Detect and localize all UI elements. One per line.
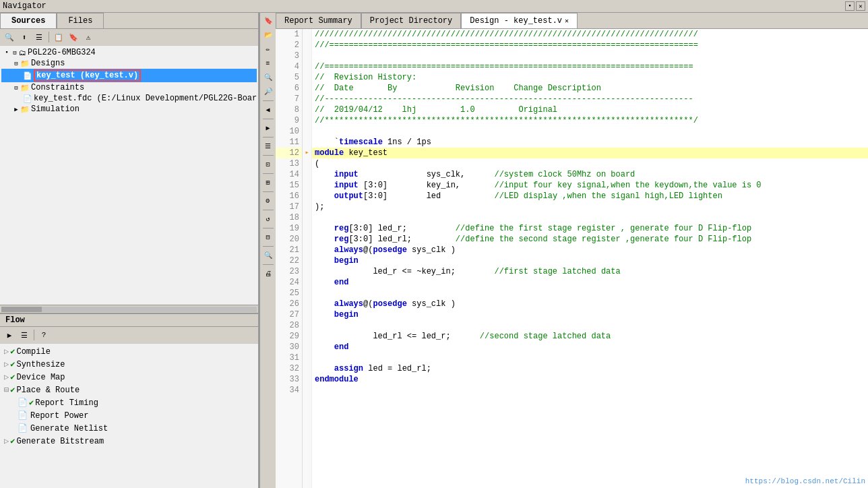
- rt-zoom-out[interactable]: 🔎: [261, 85, 275, 98]
- flow-place-route[interactable]: ⊟ ✔ Place & Route: [1, 384, 257, 396]
- bookmark-button[interactable]: 🔖: [67, 30, 80, 44]
- synthesize-label: Synthesize: [16, 360, 65, 369]
- tab-project-directory[interactable]: Project Directory: [361, 13, 461, 28]
- rt-arrow-left[interactable]: ◀: [261, 103, 275, 117]
- h-scroll-thumb[interactable]: [1, 307, 42, 312]
- tab-close-button[interactable]: ✕: [565, 17, 569, 25]
- h-scroll-track[interactable]: [1, 307, 257, 312]
- tab-sources[interactable]: Sources: [0, 13, 57, 28]
- h-scroll[interactable]: [0, 305, 258, 313]
- flow-toolbar: ▶ ☰ ?: [0, 327, 258, 344]
- flow-run-button[interactable]: ▶: [3, 328, 16, 342]
- code-container: 1234567891011121314151617181920212223242…: [276, 29, 868, 488]
- code-line-4: //======================================…: [312, 61, 868, 72]
- flow-report-power[interactable]: 📄 Report Power: [1, 409, 257, 422]
- nav-tabs: Sources Files: [0, 13, 258, 29]
- rt-zoom-in[interactable]: 🔍: [261, 71, 275, 84]
- flow-device-map[interactable]: ▷ ✔ Device Map: [1, 371, 257, 384]
- code-line-34: [312, 385, 868, 396]
- collapse-button[interactable]: ☰: [32, 30, 46, 44]
- rt-sep-4: [263, 155, 274, 156]
- rt-table2[interactable]: ⊟: [261, 231, 275, 244]
- tree-key-test[interactable]: 📄 key_test (key_test.v): [1, 69, 257, 82]
- title-bar-left: Navigator: [3, 1, 46, 11]
- flow-compile[interactable]: ▷ ✔ Compile: [1, 345, 257, 358]
- place-route-expand[interactable]: ⊟: [4, 385, 9, 395]
- tree-area: ▪ ⊟ 🗂 PGL22G-6MBG324 ⊟ 📁 Designs 📄 key_t…: [0, 46, 258, 305]
- code-line-14: input sys_clk, //system clock 50Mhz on b…: [312, 169, 868, 180]
- root-expand[interactable]: ⊟: [11, 49, 19, 57]
- compile-status-icon: ✔: [10, 346, 15, 357]
- left-panel: Sources Files 🔍 ⬆ ☰ 📋 🔖 ⚠ ▪ ⊟ 🗂: [0, 13, 259, 488]
- flow-help-button[interactable]: ?: [37, 328, 51, 342]
- code-line-21: always@(posedge sys_clk ): [312, 245, 868, 255]
- code-line-5: // Revision History:: [312, 72, 868, 83]
- navigator-title: Navigator: [3, 1, 46, 11]
- rt-arrow-right[interactable]: ▶: [261, 121, 275, 135]
- code-line-32: assign led = led_rl;: [312, 363, 868, 374]
- rt-bookmark[interactable]: 🔖: [261, 14, 275, 28]
- main-container: Sources Files 🔍 ⬆ ☰ 📋 🔖 ⚠ ▪ ⊟ 🗂: [0, 13, 868, 488]
- tab-report-summary[interactable]: Report Summary: [276, 13, 361, 28]
- tab-files[interactable]: Files: [57, 13, 104, 28]
- compile-label: Compile: [16, 347, 50, 357]
- rt-list3[interactable]: ⊡: [261, 158, 275, 171]
- up-button[interactable]: ⬆: [18, 30, 31, 44]
- tree-simulation[interactable]: ▶ 📁 Simulation: [1, 104, 257, 115]
- tree-root[interactable]: ▪ ⊟ 🗂 PGL22G-6MBG324: [1, 47, 257, 58]
- tree-designs[interactable]: ⊟ 📁 Designs: [1, 58, 257, 69]
- add-button[interactable]: 📋: [52, 30, 65, 44]
- rt-print[interactable]: 🖨: [261, 267, 275, 280]
- close-button[interactable]: ✕: [856, 1, 865, 11]
- code-line-8: // 2019/04/12 lhj 1.0 Original: [312, 104, 868, 115]
- constraints-expand[interactable]: ⊟: [12, 84, 20, 92]
- rt-list[interactable]: ≡: [261, 57, 275, 70]
- flow-synthesize[interactable]: ▷ ✔ Synthesize: [1, 358, 257, 371]
- rt-folder[interactable]: 📂: [261, 28, 275, 42]
- root-toggle[interactable]: ▪: [3, 49, 11, 56]
- rt-pencil[interactable]: ✏: [261, 42, 275, 56]
- code-line-20: reg[3:0] led_rl; //define the second sta…: [312, 234, 868, 245]
- search-button[interactable]: 🔍: [3, 30, 16, 44]
- code-line-33: endmodule: [312, 374, 868, 385]
- tab-design[interactable]: Design - key_test.v ✕: [461, 13, 578, 28]
- rt-search-plus[interactable]: 🔍: [261, 249, 275, 262]
- title-bar-right[interactable]: ▪ ✕: [845, 1, 865, 11]
- restore-button[interactable]: ▪: [845, 1, 855, 11]
- code-content[interactable]: ////////////////////////////////////////…: [312, 29, 868, 488]
- device-map-label: Device Map: [16, 373, 65, 382]
- code-line-27: begin: [312, 309, 868, 320]
- right-toolbar: 🔖 📂 ✏ ≡ 🔍 🔎 ◀ ▶ ☰ ⊡ ⊞ ⚙ ↺ ⊟ 🔍 🖨: [259, 13, 276, 488]
- flow-collapse-button[interactable]: ☰: [18, 328, 31, 342]
- flow-section: Flow ▶ ☰ ? ▷ ✔ Compile ▷ ✔ Synth: [0, 313, 258, 488]
- tree-fdc[interactable]: 📄 key_test.fdc (E:/Linux Development/PGL…: [1, 93, 257, 104]
- rt-list2[interactable]: ☰: [261, 140, 275, 153]
- report-timing-status-icon: ✔: [29, 398, 34, 408]
- editor-tabs: Report Summary Project Directory Design …: [276, 13, 868, 29]
- code-line-29: led_rl <= led_r; //second stage latched …: [312, 331, 868, 342]
- code-line-12: module key_test: [312, 148, 868, 158]
- fdc-label: key_test.fdc (E:/Linux Development/PGL22…: [34, 94, 257, 103]
- tree-constraints[interactable]: ⊟ 📁 Constraints: [1, 82, 257, 93]
- flow-header: Flow: [0, 314, 258, 327]
- flow-generate-bitstream[interactable]: ▷ ✔ Generate Bitstream: [1, 435, 257, 448]
- flow-report-timing[interactable]: 📄 ✔ Report Timing: [1, 396, 257, 409]
- constraints-label: Constraints: [31, 83, 84, 92]
- rt-table[interactable]: ⊞: [261, 176, 275, 189]
- editor-area: Report Summary Project Directory Design …: [276, 13, 868, 488]
- place-route-label: Place & Route: [16, 386, 80, 395]
- flow-generate-netlist[interactable]: 📄 Generate Netlist: [1, 422, 257, 435]
- rt-refresh[interactable]: ↺: [261, 212, 275, 226]
- simulation-expand[interactable]: ▶: [12, 106, 20, 113]
- rt-settings[interactable]: ⚙: [261, 194, 275, 208]
- compile-toggle: ▷: [4, 346, 9, 357]
- code-line-17: );: [312, 202, 868, 212]
- code-line-31: [312, 353, 868, 363]
- generate-netlist-label: Generate Netlist: [30, 424, 108, 433]
- designs-expand[interactable]: ⊟: [12, 60, 20, 67]
- code-line-28: [312, 320, 868, 331]
- warning-button[interactable]: ⚠: [82, 30, 95, 44]
- designs-icon: 📁: [20, 59, 30, 68]
- report-timing-doc: 📄: [18, 398, 28, 408]
- synthesize-status-icon: ✔: [10, 359, 15, 369]
